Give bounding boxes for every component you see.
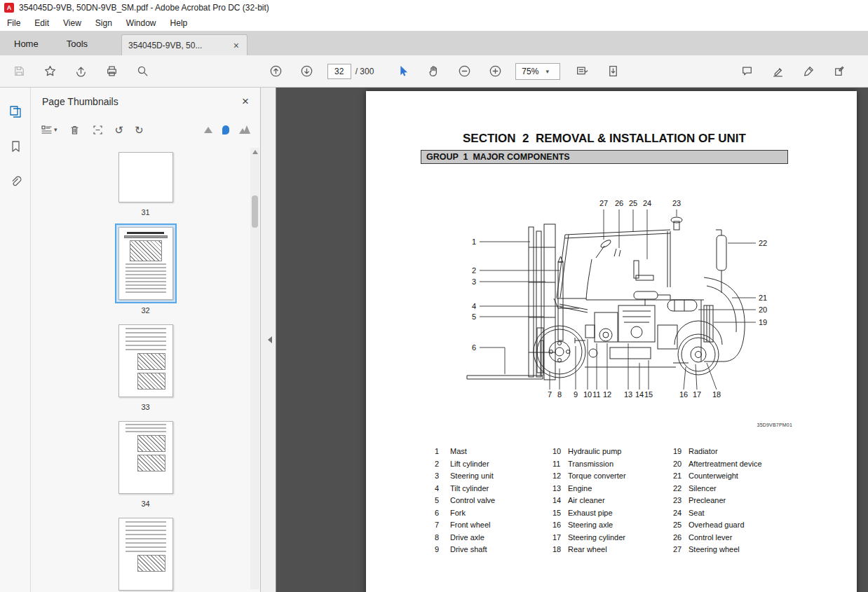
menu-view[interactable]: View [56,16,88,30]
thumbnail-page-number: 32 [141,306,149,315]
chevron-down-icon: ▾ [54,126,57,133]
figure-code: 35D9VB7PM01 [757,422,792,427]
zoom-level-value: 75% [522,67,538,76]
part-item: 21Counterweight [673,470,762,483]
select-tool-icon[interactable] [392,61,413,82]
page-number-input[interactable]: 32 [327,64,351,79]
callout-leader-line [684,367,686,390]
menu-edit[interactable]: Edit [27,16,56,30]
page-thumbnail-31[interactable]: 31 [104,149,188,216]
callout-number: 19 [759,318,767,326]
tab-document[interactable]: 354045D-9VB, 50... × [121,34,247,55]
parts-column: 10Hydraulic pump11Transmission12Torque c… [552,446,626,556]
print-icon[interactable] [101,61,122,82]
part-item: 3Steering unit [435,470,495,483]
part-item: 17Steering cylinder [552,532,626,544]
panel-header: Page Thumbnails × [31,88,260,116]
part-item: 10Hydraulic pump [552,446,626,458]
part-item: 9Drive shaft [435,544,495,556]
previous-page-icon[interactable] [266,61,287,82]
tab-home[interactable]: Home [0,32,53,55]
panel-splitter[interactable] [261,88,276,592]
part-item: 13Engine [552,483,626,495]
navigation-icon-strip [0,88,31,592]
thumbnail-scrollbar[interactable] [250,148,259,589]
tab-close-icon[interactable]: × [232,41,240,50]
callout-number: 7 [548,390,552,399]
attachments-panel-icon[interactable] [8,174,22,191]
zoom-in-icon[interactable] [484,61,506,82]
delete-pages-icon[interactable] [69,124,81,136]
pdf-page: SECTION 2 REMOVAL & INSTALLATION OF UNIT… [366,91,857,592]
callout-number: 26 [615,199,623,207]
page-thumbnail-35[interactable]: 35 [104,515,188,592]
page-total-label: / 300 [355,67,374,76]
callout-number: 10 [583,390,592,399]
menu-window[interactable]: Window [119,16,163,30]
menu-file[interactable]: File [0,16,27,30]
page-thumbnails-panel-icon[interactable] [8,104,22,121]
group-title-bar: GROUP 1 MAJOR COMPONENTS [421,150,788,164]
share-upload-icon[interactable] [70,61,91,82]
part-item: 18Rear wheel [552,544,626,556]
collapse-panel-button[interactable] [264,332,273,347]
part-item: 8Drive axle [435,532,495,544]
callout-number: 23 [672,199,681,207]
thumbnail-size-controls [204,125,250,135]
document-viewer[interactable]: SECTION 2 REMOVAL & INSTALLATION OF UNIT… [276,88,868,592]
thumbnail-options-menu-icon[interactable]: ▾ [41,124,57,136]
zoom-level-dropdown[interactable]: 75% ▾ [515,63,560,80]
scroll-up-icon[interactable] [252,150,258,154]
part-item: 25Overhead guard [673,519,762,532]
rotate-ccw-icon[interactable]: ↺ [115,125,124,135]
page-fit-dropdown-icon[interactable] [571,61,592,82]
part-item: 27Steering wheel [673,544,762,556]
tab-tools[interactable]: Tools [53,32,102,55]
panel-title: Page Thumbnails [42,96,118,107]
part-item: 16Steering axle [552,519,626,532]
part-item: 19Radiator [673,446,762,458]
location-pin-icon[interactable] [222,125,229,135]
callout-number: 4 [472,302,476,310]
zoom-out-icon[interactable] [454,61,475,82]
callout-leader-line [696,364,697,390]
next-page-icon[interactable] [297,61,318,82]
reduce-thumbnails-icon[interactable] [204,127,212,133]
menubar: FileEditViewSignWindowHelp [0,15,868,31]
part-item: 7Front wheel [435,519,495,532]
callout-number: 18 [712,390,721,399]
fill-sign-icon[interactable] [798,61,819,82]
enlarge-thumbnails-icon[interactable] [239,125,250,134]
save-icon[interactable] [8,61,29,82]
callout-number: 9 [574,390,578,399]
page-thumbnail-34[interactable]: 34 [104,418,188,508]
bookmarks-panel-icon[interactable] [8,139,22,156]
part-item: 2Lift cylinder [435,458,495,471]
menu-sign[interactable]: Sign [88,16,119,30]
callout-number: 8 [557,390,562,399]
callout-number: 20 [759,305,767,314]
part-item: 24Seat [673,507,762,520]
panel-close-icon[interactable]: × [242,95,249,109]
search-icon[interactable] [132,61,153,82]
callout-number: 14 [635,390,644,399]
comment-icon[interactable] [736,61,757,82]
extract-pages-icon[interactable] [92,124,104,136]
thumbnail-list: 3132333435 [31,144,260,592]
main-toolbar: 32 / 300 75% ▾ [0,55,868,88]
callout-leader-line [480,347,505,374]
callout-number: 27 [599,199,608,207]
stamp-icon[interactable] [829,61,850,82]
scrolling-mode-icon[interactable] [602,61,623,82]
favorites-star-icon[interactable] [39,61,60,82]
rotate-cw-icon[interactable]: ↻ [135,125,144,135]
callout-number: 15 [644,390,653,399]
page-thumbnail-33[interactable]: 33 [104,322,188,411]
hand-tool-icon[interactable] [423,61,444,82]
highlight-icon[interactable] [767,61,788,82]
page-thumbnail-32[interactable]: 32 [104,223,188,315]
menu-help[interactable]: Help [163,16,195,30]
forklift-diagram: 1234567891011121314151617181920212223242… [426,195,794,427]
scrollbar-thumb[interactable] [252,195,258,228]
tab-document-label: 354045D-9VB, 50... [128,41,202,50]
